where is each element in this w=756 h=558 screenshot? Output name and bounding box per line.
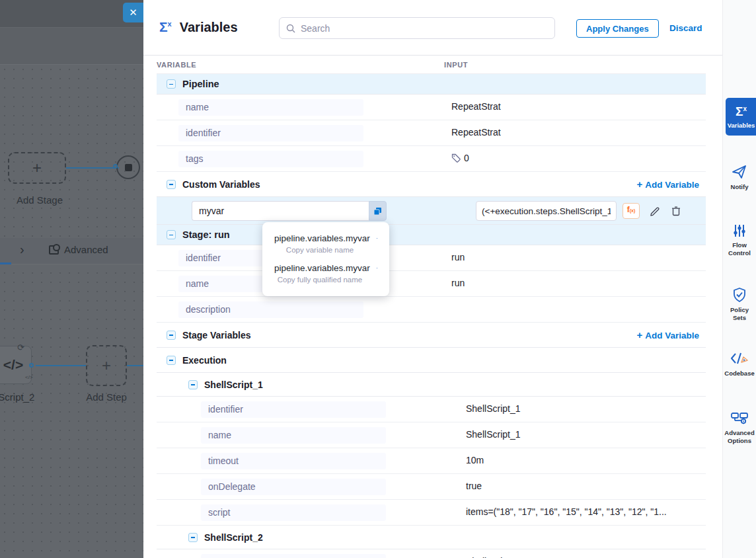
variable-name: timeout [201, 453, 386, 469]
section-title: ShellScript_2 [204, 532, 263, 543]
section-custom-variables[interactable]: Custom Variables +Add Variable [157, 172, 706, 197]
table-row: identifier ShellScript_2 [157, 549, 706, 558]
rail-label: Flow Control [723, 241, 756, 257]
pipeline-edge [66, 167, 119, 169]
copy-fqn-item[interactable]: pipeline.variables.myvar Copy fully qual… [262, 260, 389, 290]
rail-label: Variables [726, 122, 756, 129]
variables-panel: Σx Variables Apply Changes Discard VARIA… [143, 0, 722, 558]
pencil-icon [650, 206, 661, 217]
canvas-toolbar [0, 0, 143, 28]
table-row: identifier run [157, 245, 706, 271]
canvas-subtoolbar [0, 28, 143, 65]
step-edge-right [127, 365, 143, 366]
plus-icon: + [636, 179, 642, 190]
copy-variable-button[interactable] [369, 201, 387, 221]
step-node-label: lScript_2 [0, 391, 34, 403]
section-execution[interactable]: Execution [157, 348, 706, 373]
rail-label: Policy Sets [723, 306, 756, 322]
section-title: Stage: run [182, 229, 230, 240]
pipeline-canvas-dimmed: + Add Stage › Advanced </> ⟳ </> + lScri… [0, 0, 143, 558]
active-tab-underline [0, 262, 11, 264]
variable-value: 10m [466, 455, 484, 465]
collapse-icon[interactable] [167, 79, 176, 89]
variable-value-input[interactable] [476, 201, 617, 221]
variable-name: name [201, 427, 386, 444]
section-pipeline[interactable]: Pipeline [157, 74, 706, 95]
variable-name: name [178, 99, 363, 116]
rail-tab-variables[interactable]: Σx Variables [726, 98, 756, 136]
rail-label: Advanced Options [723, 429, 756, 445]
collapse-icon[interactable] [167, 331, 176, 340]
section-shellscript-1[interactable]: ShellScript_1 [157, 373, 706, 397]
rail-tab-notify[interactable]: Notify [723, 164, 756, 191]
advanced-tab-icon [49, 245, 59, 255]
sliders-icon [732, 223, 747, 238]
chevron-right-icon[interactable]: › [20, 242, 24, 257]
tags-count: 0 [464, 153, 469, 163]
copy-hint: Copy variable name [274, 246, 377, 254]
plus-icon: + [636, 329, 642, 340]
variable-value: ShellScript_1 [466, 403, 521, 414]
collapse-icon[interactable] [188, 380, 198, 389]
copy-variable-name-item[interactable]: pipeline.variables.myvar Copy variable n… [262, 230, 389, 260]
column-input: INPUT [444, 61, 468, 69]
variable-name-input[interactable] [192, 201, 369, 221]
collapse-icon[interactable] [167, 356, 176, 365]
variable-value: RepeatStrat [451, 101, 501, 112]
variable-name: identifier [178, 125, 363, 141]
copy-variable-popover: pipeline.variables.myvar Copy variable n… [262, 222, 389, 296]
variable-value: run [451, 278, 465, 288]
table-row: timeout 10m [157, 448, 706, 474]
add-stage-node[interactable]: + [8, 152, 66, 184]
rail-tab-flow-control[interactable]: Flow Control [723, 223, 756, 257]
variable-name: identifier [201, 401, 386, 418]
copy-icon [377, 233, 377, 243]
collapse-icon[interactable] [167, 180, 176, 189]
shield-check-icon [732, 287, 747, 303]
section-shellscript-2[interactable]: ShellScript_2 [157, 526, 706, 549]
add-step-node[interactable]: + [86, 345, 127, 386]
copy-hint: Copy fully qualified name [274, 276, 377, 284]
search-box[interactable] [279, 17, 555, 39]
screen: + Add Stage › Advanced </> ⟳ </> + lScri… [0, 0, 756, 558]
pipeline-end-node [116, 155, 140, 179]
add-step-label: Add Step [82, 391, 131, 403]
mini-code-icon: </> [25, 374, 33, 380]
variable-path: pipeline.variables.myvar [274, 263, 370, 273]
rail-tab-codebase[interactable]: Codebase [723, 350, 756, 378]
apply-changes-button[interactable]: Apply Changes [576, 19, 659, 38]
table-column-header: VARIABLE INPUT [157, 56, 706, 74]
end-node-port [113, 164, 118, 169]
add-variable-button[interactable]: +Add Variable [636, 329, 699, 340]
loop-strategy-icon: ⟳ [17, 342, 24, 352]
discard-button[interactable]: Discard [669, 23, 702, 33]
variables-table: VARIABLE INPUT Pipeline name RepeatStrat… [157, 56, 706, 558]
expression-fx-button[interactable]: f(x) [623, 203, 640, 219]
rail-tab-advanced-options[interactable]: Advanced Options [723, 410, 756, 445]
tab-advanced[interactable]: Advanced [49, 244, 108, 255]
section-stage-run[interactable]: Stage: run [157, 225, 706, 245]
custom-variable-row-myvar: f(x) [157, 197, 706, 225]
collapse-icon[interactable] [188, 533, 198, 542]
sigma-x-icon: Σx [726, 104, 756, 119]
table-row: name RepeatStrat [157, 95, 706, 120]
variable-name: identifier [201, 554, 386, 558]
close-drawer-button[interactable]: ✕ [123, 3, 143, 22]
section-stage-variables[interactable]: Stage Variables +Add Variable [157, 323, 706, 348]
table-row: name run [157, 271, 706, 297]
add-variable-button[interactable]: +Add Variable [636, 179, 699, 190]
edit-variable-button[interactable] [650, 206, 661, 217]
delete-variable-button[interactable] [671, 206, 681, 217]
rail-tab-policy-sets[interactable]: Policy Sets [723, 287, 756, 322]
table-row: description [157, 297, 706, 323]
collapse-icon[interactable] [167, 230, 176, 239]
copy-icon [377, 263, 377, 273]
tag-icon [451, 153, 461, 163]
copy-icon [373, 207, 382, 216]
variable-value: ShellScript_1 [466, 429, 521, 440]
search-input[interactable] [301, 23, 548, 34]
table-row: onDelegate true [157, 474, 706, 500]
table-row: script items=("18", "17", "16", "15", "1… [157, 500, 706, 526]
canvas-dot-grid [0, 65, 143, 558]
section-title: Pipeline [182, 79, 219, 89]
